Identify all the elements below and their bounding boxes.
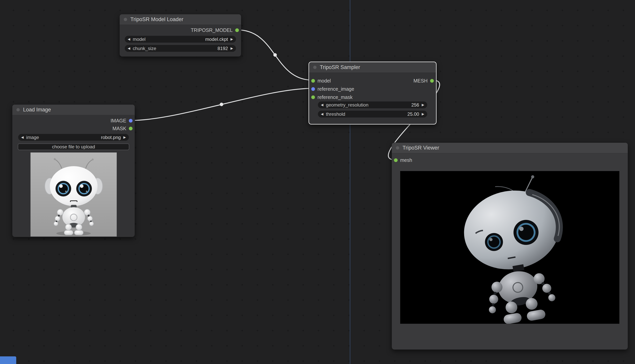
node-title-bar[interactable]: TripoSR Model Loader [120, 14, 241, 25]
widget-chunk-size-value: 8192 [218, 46, 228, 51]
widget-chunk-size[interactable]: ◀ chunk_size 8192 ▶ [125, 45, 236, 52]
input-label-model: model [318, 78, 331, 84]
widget-model-value: model.ckpt [205, 36, 228, 42]
widget-model-label: model [133, 36, 146, 42]
input-slot-model[interactable] [311, 79, 315, 83]
mesh-render-svg [400, 171, 619, 324]
output-label-triposr-model: TRIPOSR_MODEL [191, 27, 233, 33]
output-label-mask: MASK [112, 126, 126, 131]
node-title-bar[interactable]: TripoSR Viewer [392, 143, 628, 153]
collapse-toggle-icon[interactable] [396, 146, 399, 150]
input-label-mesh: mesh [400, 157, 412, 163]
node-body: TRIPOSR_MODEL ◀ model model.ckpt ▶ ◀ chu… [120, 25, 241, 52]
node-graph-canvas[interactable]: TripoSR Model Loader TRIPOSR_MODEL ◀ mod… [0, 0, 635, 364]
node-triposr-viewer[interactable]: TripoSR Viewer mesh [392, 142, 628, 350]
arrow-left-icon[interactable]: ◀ [128, 47, 130, 50]
arrow-right-icon[interactable]: ▶ [422, 103, 424, 106]
widget-threshold[interactable]: ◀ threshold 25.00 ▶ [318, 111, 427, 118]
node-body: IMAGE MASK ◀ image robot.png ▶ choose fi… [12, 115, 135, 236]
arrow-right-icon[interactable]: ▶ [123, 136, 126, 139]
output-slot-mask[interactable] [129, 127, 132, 130]
node-title-bar[interactable]: Load Image [12, 104, 135, 115]
node-load-image[interactable]: Load Image IMAGE MASK ◀ image robot.png … [12, 104, 135, 237]
right-eye [76, 181, 92, 196]
robot-preview-svg [30, 152, 117, 236]
output-slot-image[interactable] [129, 119, 132, 122]
node-title-bar[interactable]: TripoSR Sampler [309, 62, 436, 73]
arrow-left-icon[interactable]: ◀ [21, 136, 24, 139]
wire-midpoint-dot[interactable] [220, 103, 223, 106]
widget-geometry-resolution[interactable]: ◀ geometry_resolution 256 ▶ [318, 102, 427, 108]
input-slot-reference-image[interactable] [311, 87, 315, 91]
node-triposr-sampler[interactable]: TripoSR Sampler model MESH reference_ima… [308, 62, 436, 124]
output-slot-triposr-model[interactable] [235, 28, 239, 32]
node-title: TripoSR Model Loader [130, 16, 184, 22]
arrow-right-icon[interactable]: ▶ [230, 47, 233, 50]
input-slot-mesh[interactable] [394, 158, 398, 162]
choose-file-button[interactable]: choose file to upload [18, 144, 129, 150]
output-row: TRIPOSR_MODEL [120, 27, 241, 34]
arrow-left-icon[interactable]: ◀ [321, 103, 323, 106]
node-title: TripoSR Viewer [402, 145, 439, 151]
arrow-left-icon[interactable]: ◀ [321, 112, 323, 116]
corner-blue-panel [0, 356, 16, 364]
output-row: IMAGE [12, 117, 135, 124]
node-title: TripoSR Sampler [320, 64, 360, 70]
io-row: model MESH [309, 77, 436, 85]
collapse-toggle-icon[interactable] [124, 18, 127, 21]
widget-model[interactable]: ◀ model model.ckpt ▶ [125, 36, 236, 42]
node-body: model MESH reference_image reference_mas… [309, 73, 436, 118]
arrow-right-icon[interactable]: ▶ [422, 112, 424, 116]
output-label-mesh: MESH [414, 78, 428, 84]
node-title: Load Image [23, 107, 51, 113]
collapse-toggle-icon[interactable] [313, 66, 316, 69]
widget-threshold-value: 25.00 [408, 112, 419, 117]
input-label-reference-mask: reference_mask [318, 94, 352, 100]
widget-geometry-resolution-value: 256 [411, 102, 419, 108]
widget-image-label: image [26, 135, 39, 140]
output-slot-mesh[interactable] [430, 79, 434, 83]
widget-geometry-resolution-label: geometry_resolution [326, 102, 368, 108]
widget-chunk-size-label: chunk_size [133, 46, 156, 51]
left-eye [56, 181, 71, 196]
input-row: mesh [392, 156, 628, 164]
output-row: MASK [12, 124, 135, 132]
wire-midpoint-dot[interactable] [273, 53, 277, 57]
input-slot-reference-mask[interactable] [311, 96, 315, 99]
collapse-toggle-icon[interactable] [16, 108, 20, 112]
arrow-left-icon[interactable]: ◀ [128, 38, 130, 41]
input-row: reference_mask [309, 93, 436, 101]
node-body: mesh [392, 156, 628, 324]
mesh-3d-viewport[interactable] [400, 171, 619, 324]
widget-threshold-label: threshold [326, 112, 345, 117]
node-triposr-model-loader[interactable]: TripoSR Model Loader TRIPOSR_MODEL ◀ mod… [120, 14, 241, 57]
widget-image-value: robot.png [101, 135, 121, 140]
input-row: reference_image [309, 85, 436, 93]
robot-preview-image [30, 152, 117, 236]
input-label-reference-image: reference_image [318, 86, 354, 92]
arrow-right-icon[interactable]: ▶ [230, 38, 233, 41]
widget-image[interactable]: ◀ image robot.png ▶ [18, 134, 129, 141]
output-label-image: IMAGE [110, 118, 126, 124]
